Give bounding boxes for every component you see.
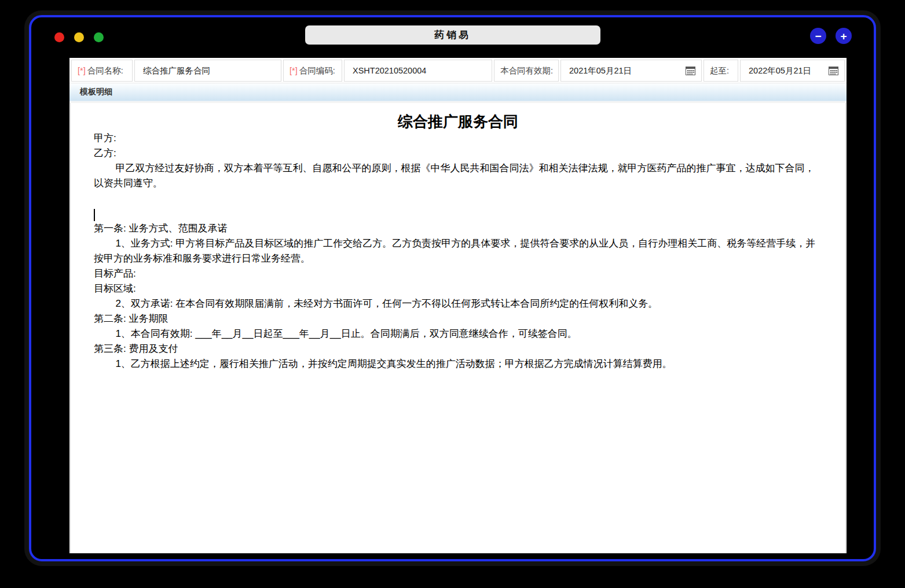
- party-a-line: 甲方:: [94, 131, 822, 146]
- minimize-window-icon[interactable]: [74, 32, 84, 42]
- required-marker: [*]: [290, 66, 298, 75]
- calendar-icon[interactable]: [829, 66, 838, 75]
- preamble-paragraph: 甲乙双方经过友好协商，双方本着平等互利、自愿和公平的原则，根据《中华人民共和国合…: [94, 161, 822, 191]
- section-1-item-1: 1、业务方式: 甲方将目标产品及目标区域的推广工作交给乙方。乙方负责按甲方的具体…: [94, 236, 822, 266]
- target-product-line: 目标产品:: [94, 266, 822, 281]
- section-2-heading: 第二条: 业务期限: [94, 311, 822, 326]
- party-b-line: 乙方:: [94, 146, 822, 161]
- title-bar: 药销易 − +: [31, 17, 874, 57]
- tab-strip: 模板明细: [69, 83, 847, 101]
- valid-from-date-input[interactable]: 2021年05月21日: [560, 60, 702, 82]
- window-buttons: − +: [810, 28, 852, 44]
- section-1-heading: 第一条: 业务方式、范围及承诺: [94, 221, 822, 236]
- close-window-icon[interactable]: [54, 32, 64, 42]
- tab-template-detail[interactable]: 模板明细: [80, 87, 112, 97]
- contract-name-label: [*] 合同名称:: [71, 60, 133, 82]
- document-title: 综合推广服务合同: [94, 112, 822, 131]
- text-caret: [94, 209, 95, 221]
- traffic-lights: [54, 32, 104, 42]
- text-cursor-line: [94, 207, 822, 221]
- section-1-item-2: 2、双方承诺: 在本合同有效期限届满前，未经对方书面许可，任何一方不得以任何形式…: [94, 296, 822, 311]
- contract-document[interactable]: 综合推广服务合同 甲方: 乙方: 甲乙双方经过友好协商，双方本着平等互利、自愿和…: [70, 103, 846, 553]
- maximize-window-icon[interactable]: [94, 32, 104, 42]
- valid-until-label: 起至:: [704, 60, 738, 82]
- contract-code-input[interactable]: XSHT20210520004: [344, 60, 492, 82]
- required-marker: [*]: [78, 66, 86, 75]
- target-region-line: 目标区域:: [94, 281, 822, 296]
- app-window: 药销易 − + [*] 合同名称: 综合推广服务合同 [*] 合同编码: XSH…: [29, 15, 876, 561]
- valid-until-date-input[interactable]: 2022年05月21日: [740, 60, 845, 82]
- window-title: 药销易: [305, 25, 600, 45]
- section-3-heading: 第三条: 费用及支付: [94, 341, 822, 357]
- contract-form-header: [*] 合同名称: 综合推广服务合同 [*] 合同编码: XSHT2021052…: [69, 58, 847, 83]
- main-panel: [*] 合同名称: 综合推广服务合同 [*] 合同编码: XSHT2021052…: [69, 58, 847, 553]
- section-2-item-1: 1、本合同有效期: ___年__月__日起至___年__月__日止。合同期满后，…: [94, 326, 822, 341]
- contract-code-label: [*] 合同编码:: [283, 60, 342, 82]
- plus-icon[interactable]: +: [836, 28, 852, 44]
- valid-from-label: 本合同有效期:: [494, 60, 559, 82]
- calendar-icon[interactable]: [686, 66, 695, 75]
- minus-icon[interactable]: −: [810, 28, 826, 44]
- contract-name-input[interactable]: 综合推广服务合同: [134, 60, 281, 82]
- section-3-item-1: 1、乙方根据上述约定，履行相关推广活动，并按约定周期提交真实发生的推广活动数据；…: [94, 357, 822, 372]
